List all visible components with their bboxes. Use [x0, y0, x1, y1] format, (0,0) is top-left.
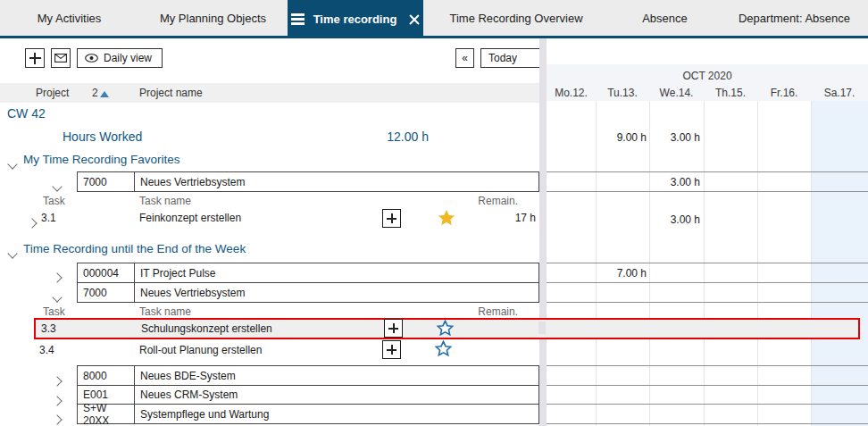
- tab-my-planning-objects[interactable]: My Planning Objects: [138, 0, 288, 36]
- grid-row-line: [547, 365, 868, 366]
- tab-time-recording-overview[interactable]: Time Recording Overview: [423, 0, 609, 36]
- hours-cell-we[interactable]: 3.00 h: [649, 213, 700, 226]
- mail-button[interactable]: [51, 48, 71, 68]
- tab-bar: My Activities My Planning Objects Time r…: [0, 0, 868, 38]
- favorites-section-title[interactable]: My Time Recording Favorites: [23, 153, 180, 166]
- project-code-cell[interactable]: 7000: [77, 171, 135, 192]
- project-code-cell[interactable]: 7000: [77, 282, 135, 303]
- chevron-right-icon[interactable]: [54, 269, 61, 285]
- daily-view-button[interactable]: Daily view: [77, 48, 163, 68]
- tab-department-absence[interactable]: Department: Absence: [721, 0, 868, 36]
- task-column-header: Task: [43, 195, 65, 207]
- favorite-star-outline-icon[interactable]: [436, 319, 455, 338]
- plus-icon: [387, 345, 396, 355]
- project-name-column-header[interactable]: Project name: [139, 87, 203, 99]
- remain-column-header: Remain.: [464, 305, 518, 318]
- week-section-title[interactable]: Time Recording until the End of the Week: [23, 242, 246, 255]
- tab-label: My Activities: [38, 12, 102, 25]
- hours-cell-tu[interactable]: 7.00 h: [596, 267, 647, 280]
- project-code-cell[interactable]: 8000: [77, 365, 135, 386]
- remain-column-header: Remain.: [464, 195, 518, 207]
- today-label: Today: [488, 52, 517, 64]
- project-name-cell[interactable]: Neues Vertriebsystem: [134, 171, 539, 192]
- task-remaining-hours: 17 h: [482, 212, 536, 224]
- hours-cell-tu[interactable]: 9.00 h: [596, 131, 647, 144]
- project-column-header[interactable]: Project: [36, 87, 69, 99]
- sort-position-label[interactable]: 2: [92, 87, 98, 99]
- chevron-down-icon[interactable]: [54, 288, 61, 305]
- project-name-cell[interactable]: Systempflege und Wartung: [134, 404, 539, 424]
- plus-icon: [388, 323, 398, 333]
- chevron-right-icon[interactable]: [54, 392, 61, 408]
- chevron-right-icon[interactable]: [29, 214, 36, 230]
- panel-splitter: [538, 322, 546, 334]
- favorite-star-filled-icon[interactable]: [437, 208, 456, 228]
- tab-time-recording[interactable]: Time recording: [288, 0, 423, 38]
- chevron-down-icon[interactable]: [9, 245, 16, 261]
- day-header-mo: Mo.12.: [547, 87, 596, 99]
- add-button[interactable]: [25, 48, 45, 68]
- add-time-entry-button[interactable]: [382, 340, 401, 359]
- time-recording-app: My Activities My Planning Objects Time r…: [0, 0, 868, 426]
- panel-splitter[interactable]: [539, 38, 547, 426]
- chevron-down-icon[interactable]: [9, 155, 16, 171]
- chevron-down-icon[interactable]: [54, 178, 61, 194]
- selected-task-row[interactable]: 3.3 Schulungskonzept erstellen: [34, 318, 860, 339]
- task-code: 3.3: [41, 322, 56, 335]
- grid-row-line: [547, 385, 868, 386]
- task-name: Feinkonzept erstellen: [139, 212, 241, 224]
- project-name-cell[interactable]: IT Project Pulse: [134, 263, 539, 283]
- project-name-cell[interactable]: Neues CRM-System: [134, 385, 539, 405]
- task-column-header: Task: [43, 305, 65, 318]
- hours-cell-we[interactable]: 3.00 h: [649, 131, 700, 144]
- grid-column-line: [757, 101, 758, 426]
- plus-icon: [29, 53, 41, 64]
- grid-row-line: [547, 263, 868, 263]
- eye-icon: [85, 54, 98, 63]
- table-header-band: Project 2 Project name: [0, 83, 539, 103]
- tab-label: Time Recording Overview: [449, 12, 582, 25]
- grid-column-line: [596, 101, 597, 426]
- tab-absence[interactable]: Absence: [609, 0, 721, 36]
- hours-worked-label: Hours Worked: [63, 129, 142, 144]
- task-name-column-header: Task name: [139, 305, 191, 318]
- task-code: 3.4: [39, 344, 54, 356]
- close-icon[interactable]: [409, 14, 420, 25]
- task-name: Schulungskonzept erstellen: [141, 322, 272, 335]
- week-title: CW 42: [7, 106, 46, 121]
- grid-row-line: [547, 302, 868, 303]
- grid-column-line: [704, 101, 705, 426]
- grid-row-line: [547, 171, 868, 172]
- grid-row-line: [547, 423, 868, 424]
- sort-ascending-icon[interactable]: [100, 91, 109, 97]
- chevron-right-icon[interactable]: [54, 411, 61, 426]
- tab-label: Department: Absence: [739, 12, 850, 25]
- project-name-cell[interactable]: Neues BDE-System: [134, 365, 539, 386]
- chevron-right-icon[interactable]: [54, 372, 61, 388]
- today-button[interactable]: Today: [480, 48, 539, 68]
- grid-row-line: [547, 404, 868, 405]
- weekend-column-background: [811, 101, 868, 426]
- add-time-entry-button[interactable]: [382, 209, 401, 228]
- day-header-tu: Tu.13.: [596, 87, 649, 99]
- tab-label: My Planning Objects: [160, 12, 266, 25]
- favorite-star-outline-icon[interactable]: [434, 339, 453, 358]
- tab-label: Time recording: [313, 13, 397, 26]
- project-name-cell[interactable]: Neues Vertriebsystem: [134, 282, 539, 303]
- project-code-cell[interactable]: 000004: [77, 263, 135, 283]
- hamburger-icon[interactable]: [291, 12, 305, 28]
- previous-week-button[interactable]: «: [455, 48, 474, 68]
- grid-column-line: [811, 101, 812, 426]
- hours-worked-total: 12.00 h: [339, 129, 429, 144]
- add-time-entry-button[interactable]: [384, 319, 403, 338]
- tab-label: Absence: [642, 12, 688, 25]
- hours-cell-we[interactable]: 3.00 h: [649, 176, 700, 188]
- grid-row-line: [547, 191, 868, 192]
- task-code: 3.1: [41, 212, 56, 224]
- grid-row-line: [547, 282, 868, 283]
- task-name-column-header: Task name: [139, 195, 191, 207]
- task-name: Roll-out Planung erstellen: [139, 344, 262, 356]
- project-code-cell[interactable]: S+W 20XX: [77, 404, 135, 424]
- daily-view-label: Daily view: [104, 52, 152, 64]
- tab-my-activities[interactable]: My Activities: [0, 0, 138, 36]
